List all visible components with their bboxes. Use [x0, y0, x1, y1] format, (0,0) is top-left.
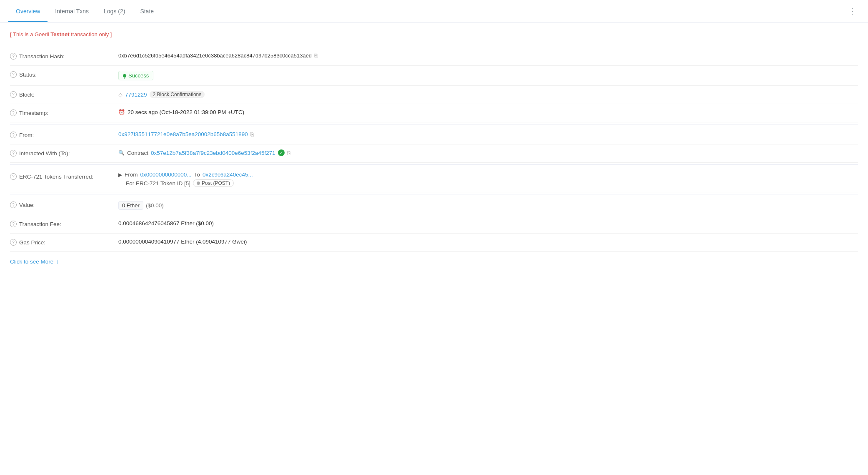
status-help-icon[interactable]: ? — [10, 71, 17, 78]
from-copy-icon[interactable]: ⎘ — [250, 131, 254, 137]
gas-price-help-icon[interactable]: ? — [10, 239, 17, 246]
section-separator-1 — [10, 124, 858, 124]
value-label: ? Value: — [10, 201, 118, 208]
status-badge: ✓ Success — [118, 71, 153, 80]
transaction-fee-help-icon[interactable]: ? — [10, 221, 17, 227]
block-value: ◇ 7791229 2 Block Confirmations — [118, 91, 858, 98]
erc721-token-name-badge: Post (POST) — [193, 179, 234, 187]
timestamp-help-icon[interactable]: ? — [10, 109, 17, 116]
see-more-arrow-icon: ↓ — [56, 259, 59, 265]
transaction-hash-help-icon[interactable]: ? — [10, 53, 17, 60]
erc721-from-to-row: ▶ From 0x0000000000000... To 0x2c9c6a240… — [118, 172, 253, 178]
from-address-link[interactable]: 0x927f355117721e0e8a7b5ea20002b65b8a5518… — [118, 131, 248, 137]
transaction-fee-row: ? Transaction Fee: 0.000468642476045867 … — [10, 215, 858, 234]
gas-price-label: ? Gas Price: — [10, 239, 118, 246]
erc721-to-address-link[interactable]: 0x2c9c6a240ec45... — [203, 172, 253, 178]
contract-search-icon: 🔍 — [118, 150, 125, 156]
block-cube-icon: ◇ — [118, 92, 123, 98]
section-separator-2 — [10, 164, 858, 165]
timestamp-value: ⏰ 20 secs ago (Oct-18-2022 01:39:00 PM +… — [118, 109, 858, 115]
transaction-hash-copy-icon[interactable]: ⎘ — [314, 52, 318, 59]
value-row: ? Value: 0 Ether ($0.00) — [10, 196, 858, 215]
erc721-help-icon[interactable]: ? — [10, 173, 17, 180]
main-content: [ This is a Goerli Testnet transaction o… — [0, 23, 868, 273]
status-row: ? Status: ✓ Success — [10, 66, 858, 86]
erc721-token-id-row: For ERC-721 Token ID [5] Post (POST) — [118, 179, 253, 187]
transaction-fee-value: 0.000468642476045867 Ether ($0.00) — [118, 220, 858, 226]
token-dot-icon — [197, 182, 200, 185]
erc721-label: ? ERC-721 Tokens Transferred: — [10, 172, 118, 180]
status-label: ? Status: — [10, 71, 118, 78]
gas-price-row: ? Gas Price: 0.000000004090410977 Ether … — [10, 234, 858, 252]
status-dot-icon: ✓ — [123, 74, 126, 77]
value-badge: 0 Ether — [118, 201, 143, 210]
from-value: 0x927f355117721e0e8a7b5ea20002b65b8a5518… — [118, 131, 858, 137]
interacted-with-help-icon[interactable]: ? — [10, 150, 17, 157]
section-separator-3 — [10, 194, 858, 194]
clock-icon: ⏰ — [118, 109, 125, 115]
erc721-transfer-section: ▶ From 0x0000000000000... To 0x2c9c6a240… — [118, 172, 253, 187]
from-label: ? From: — [10, 131, 118, 138]
tab-overview[interactable]: Overview — [8, 1, 48, 22]
erc721-from-address-link[interactable]: 0x0000000000000... — [140, 172, 192, 178]
erc721-value: ▶ From 0x0000000000000... To 0x2c9c6a240… — [118, 172, 858, 187]
see-more-link[interactable]: Click to see More ↓ — [10, 259, 59, 265]
contract-copy-icon[interactable]: ⎘ — [287, 150, 290, 156]
status-value: ✓ Success — [118, 71, 858, 80]
value-display: 0 Ether ($0.00) — [118, 201, 858, 210]
tabs-bar: Overview Internal Txns Logs (2) State ⋮ — [0, 0, 868, 23]
block-number-link[interactable]: 7791229 — [125, 92, 147, 98]
more-menu-button[interactable]: ⋮ — [845, 0, 860, 22]
timestamp-label: ? Timestamp: — [10, 109, 118, 116]
interacted-with-value: 🔍 Contract 0x57e12b7a5f38a7f9c23ebd0400e… — [118, 149, 858, 156]
interacted-with-label: ? Interacted With (To): — [10, 149, 118, 157]
block-label: ? Block: — [10, 91, 118, 98]
interacted-with-row: ? Interacted With (To): 🔍 Contract 0x57e… — [10, 144, 858, 163]
transaction-fee-label: ? Transaction Fee: — [10, 220, 118, 227]
erc721-arrow-icon: ▶ — [118, 172, 122, 178]
contract-verified-icon: ✓ — [278, 149, 285, 156]
testnet-notice: [ This is a Goerli Testnet transaction o… — [10, 31, 858, 37]
from-help-icon[interactable]: ? — [10, 132, 17, 138]
block-help-icon[interactable]: ? — [10, 91, 17, 98]
transaction-hash-row: ? Transaction Hash: 0xb7e6d1c526fd5e4645… — [10, 47, 858, 66]
timestamp-row: ? Timestamp: ⏰ 20 secs ago (Oct-18-2022 … — [10, 104, 858, 122]
transaction-hash-label: ? Transaction Hash: — [10, 52, 118, 60]
tab-internal-txns[interactable]: Internal Txns — [48, 1, 96, 22]
erc721-row: ? ERC-721 Tokens Transferred: ▶ From 0x0… — [10, 167, 858, 192]
transaction-hash-value: 0xb7e6d1c526fd5e46454adfa3421e0c38bacea6… — [118, 52, 858, 59]
block-confirmations-badge: 2 Block Confirmations — [150, 91, 205, 98]
gas-price-value: 0.000000004090410977 Ether (4.090410977 … — [118, 239, 858, 245]
from-row: ? From: 0x927f355117721e0e8a7b5ea20002b6… — [10, 126, 858, 144]
value-help-icon[interactable]: ? — [10, 201, 17, 208]
block-row: ? Block: ◇ 7791229 2 Block Confirmations — [10, 86, 858, 104]
tab-logs[interactable]: Logs (2) — [96, 1, 133, 22]
tab-state[interactable]: State — [133, 1, 161, 22]
contract-address-link[interactable]: 0x57e12b7a5f38a7f9c23ebd0400e6e53f2a45f2… — [151, 150, 275, 156]
